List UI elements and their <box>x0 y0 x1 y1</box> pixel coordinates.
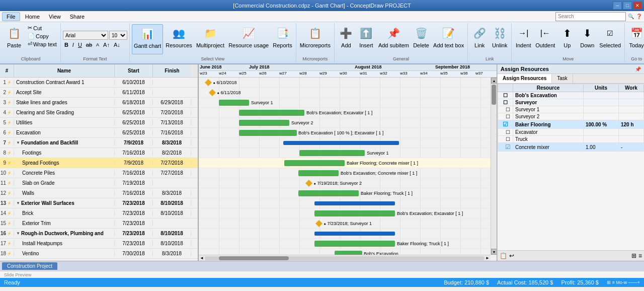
panel-icon-2[interactable]: ↩ <box>509 252 514 259</box>
unlink-btn[interactable]: ⛓️ Unlink <box>490 24 509 54</box>
resource-name-surveyor1: Surveyor 1 <box>513 106 584 113</box>
task-row[interactable]: 14⚡ Brick 7/23/2018 8/10/2018 <box>0 208 198 219</box>
resource-row-surveyor1[interactable]: ☐ Surveyor 1 <box>498 106 644 113</box>
panel-icon-3[interactable]: ⊞ <box>631 252 636 259</box>
insert-btn[interactable]: ⬆️ Insert <box>357 24 376 54</box>
cb-concrete-mixer[interactable]: ☑ <box>498 143 513 152</box>
task-row[interactable]: 7⚡ ▼Foundation and Backfill 7/9/2018 8/3… <box>0 138 198 148</box>
scroll-right-btn[interactable]: ► <box>485 256 491 260</box>
increase-font-btn[interactable]: A↑ <box>102 41 111 48</box>
bold-btn[interactable]: B <box>63 41 70 48</box>
copy-btn[interactable]: 📄 Copy <box>26 32 58 40</box>
font-color-btn[interactable]: A <box>95 42 101 48</box>
cb-baker[interactable]: ☑ <box>498 120 513 129</box>
paste-btn[interactable]: 📋 Paste <box>3 24 25 54</box>
task-row[interactable]: 17⚡ Install Heatpumps 7/23/2018 8/10/201… <box>0 239 198 249</box>
resource-row-surveyor2[interactable]: ☐ Surveyor 2 <box>498 113 644 120</box>
v-scroll-thumb[interactable] <box>492 85 496 105</box>
delete-btn[interactable]: 🗑️ Delete <box>412 24 431 54</box>
cb-surveyor1[interactable]: ☐ <box>498 106 513 113</box>
tab-task[interactable]: Task <box>552 74 573 83</box>
insert-icon: ⬆️ <box>358 25 374 41</box>
up-btn[interactable]: ⬆ Up <box>557 24 577 54</box>
cb-bobs[interactable]: ☐ <box>498 92 513 99</box>
task-row[interactable]: 12⚡ Walls 7/16/2018 8/3/2018 <box>0 188 198 198</box>
task-row[interactable]: 13⚡ ▼Exterior Wall Surfaces 7/23/2018 8/… <box>0 198 198 208</box>
resources-btn[interactable]: 👥 Resources <box>164 24 194 54</box>
task-row[interactable]: 16⚡ ▼Rough-in Ductwork, Plumbing and 7/2… <box>0 229 198 239</box>
cb-truck[interactable]: ☐ <box>498 136 513 143</box>
cut-btn[interactable]: ✂ Cut <box>26 24 58 32</box>
panel-pin-icon[interactable]: 📌 <box>635 66 641 72</box>
task-row[interactable]: 11⚡ Slab on Grade 7/19/2018 <box>0 178 198 188</box>
gantt-chart-btn[interactable]: 📊 Gantt chart <box>132 24 163 54</box>
multiproject-btn[interactable]: 📁 Multiproject <box>195 24 226 54</box>
task-row[interactable]: 9⚡ Spread Footings 7/9/2018 7/27/2018 <box>0 158 198 168</box>
h-scroll-thumb[interactable] <box>219 256 289 260</box>
tab-assign-resources[interactable]: Assign Resources <box>498 74 552 83</box>
resource-row-baker[interactable]: ☑ Baker Flooring 100.00 % 120 h <box>498 120 644 129</box>
task-row[interactable]: 1⚡ Construction Contract Award 1 6/10/20… <box>0 78 198 88</box>
menu-bar: File Home View Share 🔍 ❓ <box>0 11 644 22</box>
cb-excavator[interactable]: ☐ <box>498 129 513 136</box>
add-btn[interactable]: ➕ Add <box>337 24 356 54</box>
panel-icon-1[interactable]: 📋 <box>500 252 507 259</box>
scroll-left-btn[interactable]: ◄ <box>199 256 205 260</box>
close-btn[interactable]: ✕ <box>633 2 642 10</box>
resource-usage-btn[interactable]: 📈 Resource usage <box>227 24 270 54</box>
font-select[interactable]: Arial <box>63 31 108 40</box>
scroll-down-btn[interactable]: ▼ <box>491 249 497 255</box>
decrease-font-btn[interactable]: A↓ <box>112 41 122 48</box>
bar-12 <box>298 190 359 196</box>
selected-btn[interactable]: ☑ Selected <box>598 24 622 54</box>
resource-row-excavator[interactable]: ☐ Excavator <box>498 129 644 136</box>
search-input[interactable] <box>555 12 626 21</box>
h-scrollbar[interactable]: ◄ ► <box>199 255 491 261</box>
add-text-box-btn[interactable]: 📝 Add text box <box>432 24 465 54</box>
reports-btn[interactable]: 📑 Reports <box>271 24 294 54</box>
font-size-select[interactable]: 10 <box>109 31 127 40</box>
indent-btn[interactable]: →| Indent <box>514 24 533 54</box>
resource-row-surveyor[interactable]: ☐ Surveyor <box>498 99 644 106</box>
maximize-btn[interactable]: □ <box>623 2 632 10</box>
panel-icon-4[interactable]: ≡ <box>638 252 642 259</box>
add-subitem-btn[interactable]: 📌 Add subitem <box>377 24 411 54</box>
task-row[interactable]: 15⚡ Exterior Trim 7/23/2018 <box>0 219 198 229</box>
link-label: Link <box>486 55 494 61</box>
outdent-btn[interactable]: |← Outdent <box>534 24 556 54</box>
task-row[interactable]: 8⚡ Footings 7/16/2018 8/2/2018 <box>0 148 198 158</box>
minimize-btn[interactable]: ─ <box>613 2 622 10</box>
task-row[interactable]: 4⚡ Clearing and Site Grading 6/25/2018 7… <box>0 108 198 118</box>
row-finish-14: 8/10/2018 <box>153 210 191 216</box>
task-row[interactable]: 10⚡ Concrete Piles 7/16/2018 7/27/2018 <box>0 168 198 178</box>
menu-view[interactable]: View <box>45 13 65 21</box>
down-btn[interactable]: ⬇ Down <box>578 24 597 54</box>
menu-home[interactable]: Home <box>21 13 44 21</box>
italic-btn[interactable]: I <box>71 41 75 48</box>
microreports-group: 📋 Microreports Microreports <box>296 23 335 62</box>
strikethrough-btn[interactable]: ab <box>85 41 94 48</box>
resource-row-concrete-mixer[interactable]: ☑ Concrete mixer 1.00 - <box>498 143 644 152</box>
underline-btn[interactable]: U <box>76 41 84 48</box>
wrap-text-btn[interactable]: ⏎ Wrap text <box>26 40 58 48</box>
h-scroll-track[interactable] <box>205 256 485 260</box>
resource-row-bobs-excavation[interactable]: ☐ Bob's Excavation <box>498 92 644 99</box>
task-row[interactable]: 18⚡ Ventino 7/30/2018 8/3/2018 <box>0 249 198 259</box>
cb-surveyor[interactable]: ☐ <box>498 99 513 106</box>
construction-project-tab[interactable]: Construction Project <box>2 262 57 270</box>
resource-row-truck[interactable]: ☐ Truck <box>498 136 644 143</box>
menu-file[interactable]: File <box>2 12 20 21</box>
link-btn[interactable]: 🔗 Link <box>470 24 489 54</box>
microreports-btn[interactable]: 📋 Microreports <box>298 24 332 54</box>
scroll-up-btn[interactable]: ▲ <box>491 78 497 84</box>
v-scrollbar[interactable]: ▲ ▼ <box>491 78 497 255</box>
checked-icon-baker: ☑ <box>503 121 508 128</box>
task-row[interactable]: 3⚡ Stake lines and grades 6/18/2018 6/29… <box>0 98 198 108</box>
task-row[interactable]: 2⚡ Accept Site 6/11/2018 <box>0 88 198 98</box>
today-btn[interactable]: 📅 Today <box>627 24 644 54</box>
menu-share[interactable]: Share <box>66 13 89 21</box>
row-start-17: 7/23/2018 <box>115 241 153 246</box>
cb-surveyor2[interactable]: ☐ <box>498 113 513 120</box>
task-row[interactable]: 6⚡ Excavation 6/25/2018 7/16/2018 <box>0 128 198 138</box>
task-row[interactable]: 5⚡ Utilities 6/25/2018 7/13/2018 <box>0 118 198 128</box>
